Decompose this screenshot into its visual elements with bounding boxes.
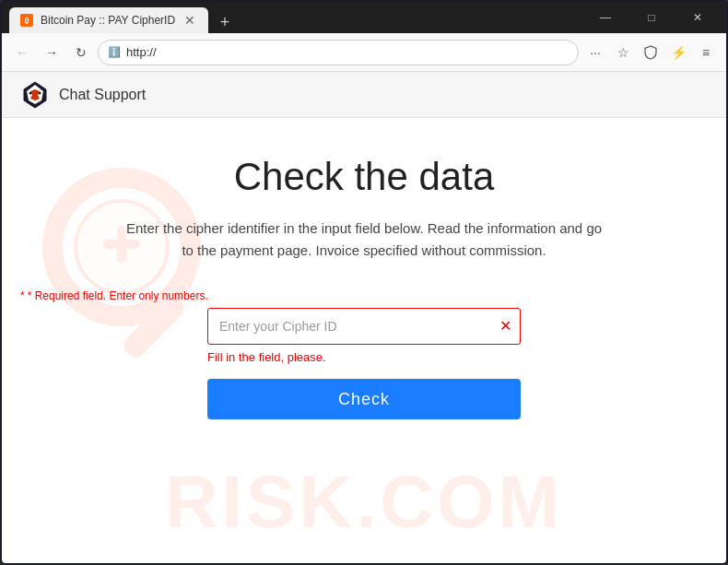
forward-button[interactable]: → [39, 40, 65, 65]
window-controls: — □ ✕ [584, 2, 719, 33]
nav-bar: ← → ↻ ℹ️ http:// ··· ☆ ⚡ ≡ [2, 33, 726, 72]
refresh-button[interactable]: ↻ [68, 40, 94, 65]
browser-window: ₿ Bitcoin Pay :: PAY CipherID ✕ + — □ ✕ … [0, 0, 728, 565]
back-button[interactable]: ← [9, 40, 35, 65]
shield-button[interactable] [638, 40, 663, 65]
new-tab-button[interactable]: + [214, 11, 236, 33]
check-button[interactable]: Check [207, 379, 521, 419]
nav-actions: ··· ☆ ⚡ ≡ [582, 40, 719, 65]
active-tab[interactable]: ₿ Bitcoin Pay :: PAY CipherID ✕ [9, 7, 208, 33]
page-description: Enter the cipher identifier in the input… [124, 218, 604, 262]
required-star: * [20, 289, 25, 302]
svg-point-3 [29, 91, 32, 94]
minimize-button[interactable]: — [584, 2, 627, 33]
tab-favicon: ₿ [20, 14, 33, 27]
watermark-text: RISK.COM [165, 460, 563, 545]
logo-area: Chat Support [20, 80, 146, 110]
clear-input-button[interactable]: ✕ [499, 319, 511, 334]
site-logo-icon [20, 80, 50, 110]
tab-area: ₿ Bitcoin Pay :: PAY CipherID ✕ + [9, 2, 584, 33]
site-logo-text[interactable]: Chat Support [59, 87, 146, 103]
page-content: RISK.COM Check the data Enter the cipher… [2, 118, 726, 563]
content-inner: Check the data Enter the cipher identifi… [20, 155, 708, 419]
cipher-input-wrapper: ✕ [207, 308, 521, 345]
more-button[interactable]: ··· [582, 40, 608, 65]
page-header: Chat Support [2, 72, 726, 118]
close-button[interactable]: ✕ [676, 2, 719, 33]
maximize-button[interactable]: □ [630, 2, 673, 33]
cipher-input[interactable] [207, 308, 521, 345]
url-text: http:// [126, 45, 569, 59]
bookmark-button[interactable]: ☆ [610, 40, 636, 65]
extension-button[interactable]: ⚡ [665, 40, 691, 65]
tab-title: Bitcoin Pay :: PAY CipherID [41, 14, 175, 27]
page-title: Check the data [234, 155, 495, 199]
address-bar[interactable]: ℹ️ http:// [98, 40, 579, 65]
menu-button[interactable]: ≡ [693, 40, 719, 65]
required-label: ** Required field. Enter only numbers. [20, 289, 334, 302]
svg-point-4 [39, 91, 41, 94]
error-message: Fill in the field, please. [207, 350, 521, 364]
title-bar: ₿ Bitcoin Pay :: PAY CipherID ✕ + — □ ✕ [2, 2, 726, 33]
tab-close-button[interactable]: ✕ [182, 13, 197, 28]
security-icon: ℹ️ [108, 46, 121, 58]
